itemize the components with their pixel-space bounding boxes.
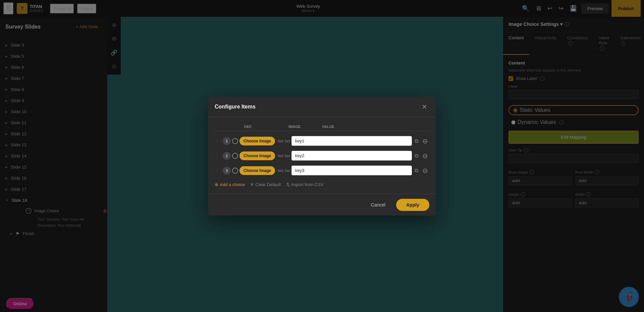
row-number-1: 1 — [223, 137, 231, 145]
table-row: ⋮⋮ 1 Choose Image Not Set ⧉ ⊖ — [215, 134, 429, 148]
col-header-value: VALUE — [322, 125, 409, 129]
drag-handle-icon[interactable]: ⋮⋮ — [215, 153, 221, 159]
value-input-3[interactable] — [291, 166, 412, 175]
not-set-1: Not Set — [278, 139, 290, 143]
modal-footer: Cancel Apply — [208, 194, 436, 216]
copy-icon-3[interactable]: ⧉ — [413, 166, 420, 175]
drag-handle-icon[interactable]: ⋮⋮ — [215, 138, 221, 144]
remove-icon-1[interactable]: ⊖ — [421, 136, 429, 146]
choose-image-button-1[interactable]: Choose Image — [239, 137, 275, 145]
modal-actions-row: ⊕ Add a choice ✕ Clear Default ⇅ Import … — [215, 178, 429, 188]
copy-icon-2[interactable]: ⧉ — [413, 151, 420, 160]
col-header-def: DEF. — [241, 125, 288, 129]
modal-overlay: Configure Items ✕ DEF. IMAGE VALUE ⋮⋮ 1 … — [0, 0, 644, 312]
clear-default-button[interactable]: ✕ Clear Default — [250, 182, 281, 187]
import-csv-button[interactable]: ⇅ Import from CSV — [286, 182, 324, 187]
modal-body: DEF. IMAGE VALUE ⋮⋮ 1 Choose Image Not S… — [208, 117, 436, 194]
plus-icon: ⊕ — [215, 182, 218, 187]
config-table-header: DEF. IMAGE VALUE — [215, 123, 429, 131]
col-header-image: IMAGE — [288, 125, 322, 129]
remove-icon-3[interactable]: ⊖ — [421, 165, 429, 176]
choose-image-button-2[interactable]: Choose Image — [239, 151, 275, 160]
value-input-2[interactable] — [291, 151, 412, 161]
cancel-button[interactable]: Cancel — [364, 199, 392, 211]
not-set-2: Not Set — [278, 154, 290, 158]
remove-icon-2[interactable]: ⊖ — [421, 150, 429, 161]
not-set-3: Not Set — [278, 169, 290, 173]
row-number-2: 2 — [223, 152, 231, 160]
table-row: ⋮⋮ 2 Choose Image Not Set ⧉ ⊖ — [215, 148, 429, 163]
drag-handle-icon[interactable]: ⋮⋮ — [215, 168, 221, 173]
apply-button[interactable]: Apply — [396, 199, 429, 211]
modal-header: Configure Items ✕ — [208, 97, 436, 117]
row-radio-2[interactable] — [232, 153, 238, 159]
modal-title: Configure Items — [215, 104, 256, 110]
configure-items-modal: Configure Items ✕ DEF. IMAGE VALUE ⋮⋮ 1 … — [208, 97, 436, 216]
copy-icon-1[interactable]: ⧉ — [413, 137, 420, 145]
value-input-1[interactable] — [291, 136, 412, 146]
row-radio-3[interactable] — [232, 168, 238, 174]
times-icon: ✕ — [250, 182, 254, 187]
table-row: ⋮⋮ 3 Choose Image Not Set ⧉ ⊖ — [215, 163, 429, 178]
row-radio-1[interactable] — [232, 138, 238, 144]
choose-image-button-3[interactable]: Choose Image — [239, 166, 275, 175]
add-choice-button[interactable]: ⊕ Add a choice — [215, 182, 245, 187]
row-number-3: 3 — [223, 167, 231, 175]
upload-icon: ⇅ — [286, 182, 290, 187]
modal-close-button[interactable]: ✕ — [420, 102, 429, 112]
